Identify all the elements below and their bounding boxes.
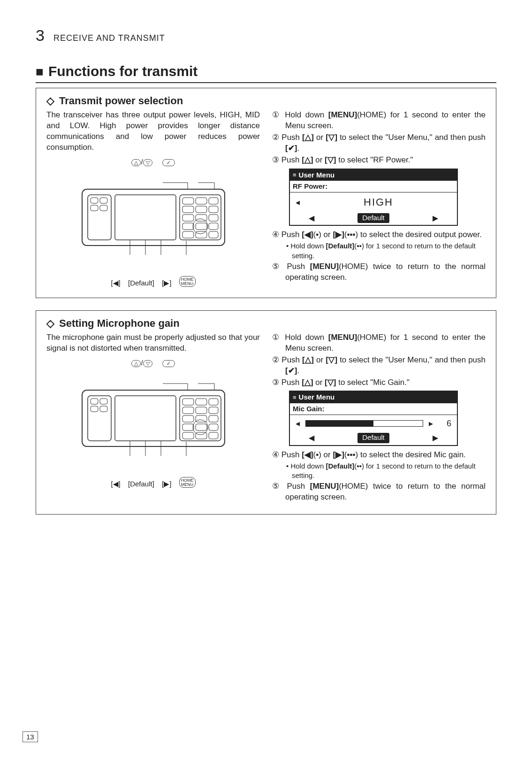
svg-rect-15: [209, 223, 218, 230]
right-nav-icon: ▶: [433, 213, 438, 223]
svg-rect-46: [196, 424, 207, 430]
svg-rect-42: [182, 415, 194, 422]
home-menu-chip-icon: HOMEMENU: [179, 477, 196, 488]
svg-rect-38: [209, 399, 218, 405]
svg-rect-55: [100, 406, 107, 412]
svg-rect-49: [196, 432, 207, 439]
svg-rect-50: [209, 432, 218, 439]
home-menu-chip-icon: HOMEMENU: [179, 276, 196, 287]
svg-rect-9: [209, 206, 218, 213]
diamond-bullet-icon: ◇: [46, 95, 54, 107]
default-label: Default: [357, 213, 389, 223]
radio-diagram: [78, 168, 228, 271]
lcd-rf-power: ≡User Menu RF Power: ◂HIGH ◀Default▶: [289, 169, 458, 226]
square-bullet-icon: ■: [36, 64, 44, 79]
svg-rect-17: [196, 231, 207, 238]
callout-default: [Default]: [128, 480, 154, 488]
callout-right: [▶]: [162, 279, 171, 287]
main-title-text: Functions for transmit: [48, 63, 198, 79]
svg-rect-22: [91, 205, 98, 211]
section2-steps: ① Hold down [MENU](HOME) for 1 second to…: [272, 332, 486, 504]
section1-title-text: Transmit power selection: [59, 95, 183, 107]
chapter-title: RECEIVE AND TRANSMIT: [53, 33, 165, 43]
svg-rect-6: [209, 198, 218, 204]
svg-rect-40: [196, 407, 207, 414]
svg-rect-39: [182, 407, 194, 414]
title-underline: [36, 82, 496, 83]
left-nav-icon: ◀: [309, 433, 314, 443]
svg-rect-18: [209, 231, 218, 238]
default-label: Default: [357, 433, 389, 443]
svg-rect-16: [182, 231, 194, 238]
svg-rect-34: [115, 396, 176, 441]
section1-steps: ① Hold down [MENU](HOME) for 1 second to…: [272, 110, 486, 287]
svg-rect-33: [88, 396, 111, 441]
mic-gain-slider: [305, 420, 423, 427]
svg-rect-8: [196, 206, 207, 213]
section2-intro: The microphone gain must be properly adj…: [46, 332, 260, 354]
section-transmit-power: ◇Transmit power selection The transceive…: [36, 88, 496, 298]
svg-rect-14: [196, 223, 207, 230]
svg-rect-21: [100, 198, 107, 203]
lcd-mic-gain: ≡User Menu Mic Gain: ◂ ▸ 6 ◀Default▶: [289, 391, 458, 446]
callout-left: [◀]: [111, 480, 120, 488]
section2-title: ◇Setting Microphone gain: [46, 317, 486, 330]
radio-diagram: [78, 369, 228, 472]
svg-rect-13: [182, 223, 194, 230]
updown-callout: △/▽ ✓: [46, 158, 260, 166]
svg-rect-44: [209, 415, 218, 422]
section2-title-text: Setting Microphone gain: [59, 317, 180, 329]
section-mic-gain: ◇Setting Microphone gain The microphone …: [36, 310, 496, 515]
bottom-callouts: [◀] [Default] [▶] HOMEMENU: [46, 477, 260, 488]
svg-rect-3: [180, 195, 221, 240]
svg-rect-7: [182, 206, 194, 213]
left-nav-icon: ◀: [309, 213, 314, 223]
svg-rect-10: [182, 215, 194, 221]
svg-rect-11: [196, 215, 207, 221]
svg-rect-37: [196, 399, 207, 405]
main-title: ■Functions for transmit: [36, 63, 496, 79]
svg-rect-2: [115, 195, 176, 240]
svg-rect-47: [209, 424, 218, 430]
svg-rect-48: [182, 432, 194, 439]
svg-rect-45: [182, 424, 194, 430]
svg-rect-52: [91, 399, 98, 404]
svg-rect-1: [88, 195, 111, 240]
svg-rect-20: [91, 198, 98, 203]
callout-right: [▶]: [162, 480, 171, 488]
page-number: 13: [23, 731, 38, 742]
section1-intro: The transceiver has three output power l…: [46, 110, 260, 153]
callout-left: [◀]: [111, 279, 120, 287]
page-header: 3 RECEIVE AND TRANSMIT: [36, 26, 496, 45]
svg-rect-41: [209, 407, 218, 414]
svg-rect-5: [196, 198, 207, 204]
svg-rect-43: [196, 415, 207, 422]
section1-title: ◇Transmit power selection: [46, 95, 486, 107]
mic-gain-value: 6: [447, 418, 451, 429]
svg-rect-12: [209, 215, 218, 221]
updown-callout: △/▽ ✓: [46, 359, 260, 367]
svg-rect-4: [182, 198, 194, 204]
left-triangle-icon: ◂: [296, 418, 300, 429]
svg-rect-35: [180, 396, 221, 441]
callout-default: [Default]: [128, 279, 154, 287]
right-triangle-icon: ▸: [429, 418, 433, 429]
svg-rect-36: [182, 399, 194, 405]
diamond-bullet-icon: ◇: [46, 317, 54, 329]
right-nav-icon: ▶: [433, 433, 438, 443]
bottom-callouts: [◀] [Default] [▶] HOMEMENU: [46, 276, 260, 287]
svg-rect-54: [91, 406, 98, 412]
chapter-number: 3: [36, 26, 45, 45]
left-triangle-icon: ◂: [296, 197, 300, 208]
svg-rect-23: [100, 205, 107, 211]
rf-power-value: HIGH: [364, 195, 393, 209]
svg-rect-53: [100, 399, 107, 404]
